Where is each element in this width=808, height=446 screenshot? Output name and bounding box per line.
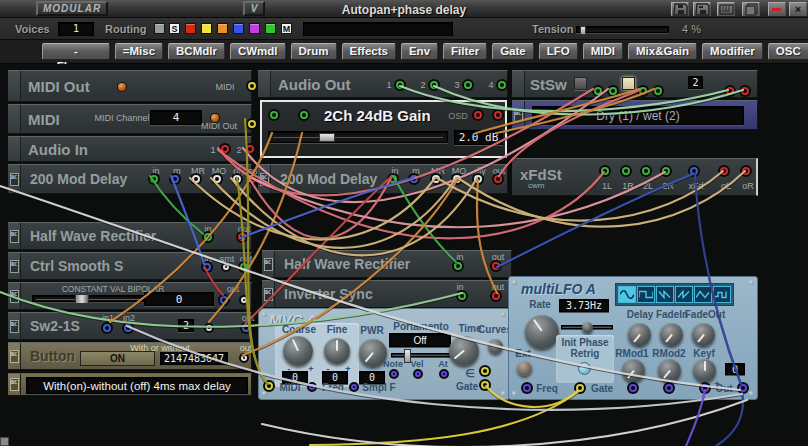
module-gain[interactable]: 2Ch 24dB Gain OSD 2.0 dB — [260, 100, 507, 158]
toolbar-button-modifier[interactable]: Modifier — [702, 43, 763, 60]
freq-port[interactable] — [309, 384, 315, 390]
module-half-wave-rectifier-left[interactable]: BC Half Wave Rectifier in out — [8, 222, 252, 250]
osd-label[interactable]: OSD — [448, 111, 468, 121]
delay-dly-port[interactable] — [233, 175, 241, 183]
wave-saw-up-button[interactable] — [675, 286, 693, 303]
stsw-out-port-1[interactable] — [726, 87, 734, 95]
delay-dly-port[interactable] — [474, 175, 482, 183]
toolbar-button-midi[interactable]: MIDI — [583, 43, 623, 60]
constant-slider-handle[interactable] — [75, 294, 89, 304]
delay-mr-port[interactable] — [432, 175, 440, 183]
module-constant-val[interactable]: BC CONSTANT VAL BIPOLAR 0 out — [8, 282, 252, 310]
button-out-port[interactable] — [241, 355, 247, 361]
midi-port[interactable] — [265, 382, 273, 390]
audio-in-port-2[interactable] — [246, 145, 254, 153]
toolbar-button-drum[interactable]: Drum — [291, 43, 337, 60]
sw2-in1-port[interactable] — [103, 324, 111, 332]
toolbar-button-gate[interactable]: Gate — [492, 43, 534, 60]
module-audio-in[interactable]: Audio In 1 2 — [8, 136, 252, 162]
solo-toggle[interactable]: S — [169, 23, 180, 34]
toolbar-button-cwmdl[interactable]: CWmdl — [230, 43, 286, 60]
ext-knob[interactable] — [517, 361, 532, 376]
rectifier-out-port[interactable] — [492, 262, 500, 270]
module-mod-delay-mid[interactable]: BC 200 Mod Delay in m MR MO dly out — [258, 164, 508, 194]
toolbar-button-misc[interactable]: =Misc — [115, 43, 163, 60]
gain-out-port-2[interactable] — [494, 111, 502, 119]
stsw-in-port-4[interactable] — [654, 87, 662, 95]
lfo-keyf-port[interactable] — [701, 384, 709, 392]
xfd-1l-port[interactable] — [601, 167, 609, 175]
delay-mo-port[interactable] — [213, 175, 221, 183]
retrig-button[interactable] — [578, 362, 591, 375]
module-audio-out[interactable]: Audio Out 1 2 3 4 — [258, 70, 508, 98]
toolbar-button-mixgain[interactable]: Mix&Gain — [628, 43, 697, 60]
curves-knob[interactable] — [488, 339, 503, 354]
sw2-value[interactable]: 2 — [178, 319, 194, 332]
delay-mod-port[interactable] — [171, 175, 179, 183]
smooth-time-port[interactable] — [223, 264, 229, 270]
patch-canvas[interactable]: MIDI Out MIDI MIDI MIDI Channel 4 MIDI O… — [0, 64, 808, 446]
time-knob[interactable] — [449, 336, 479, 366]
toolbar-button-filter[interactable]: Filter — [443, 43, 487, 60]
routing-swatch[interactable] — [201, 23, 212, 34]
patch-list-icon[interactable] — [742, 2, 760, 16]
toolbar-button-env[interactable]: Env — [401, 43, 438, 60]
button-value[interactable]: 2147483647 — [160, 352, 228, 365]
lfo-gate-port[interactable] — [576, 384, 584, 392]
inverter-in-port[interactable] — [458, 292, 466, 300]
module-stsw[interactable]: StSw 2 — [512, 70, 758, 98]
note-port[interactable] — [391, 371, 397, 377]
constant-out-port-2[interactable] — [241, 297, 247, 303]
audio-in-port-1[interactable] — [221, 145, 229, 153]
minimize-icon[interactable] — [768, 2, 786, 16]
delay-in-port[interactable] — [389, 175, 397, 183]
module-sw2-1s[interactable]: BC Sw2-1S in1 in2 2 out — [8, 312, 252, 340]
rectifier-in-port[interactable] — [454, 262, 462, 270]
rate-slider-handle[interactable] — [582, 322, 593, 333]
constant-slider[interactable] — [32, 295, 144, 302]
rate-value[interactable]: 3.73Hz — [559, 299, 609, 312]
routing-swatch[interactable] — [154, 23, 165, 34]
toolbar-button-effects[interactable]: Effects — [342, 43, 396, 60]
module-mvc-a[interactable]: MVC A Coarse Fine - + - + PWR Portamento… — [258, 308, 510, 400]
gate-port-a[interactable] — [481, 367, 489, 375]
stsw-in-port-2[interactable] — [609, 87, 617, 95]
delay-out-port[interactable] — [248, 175, 256, 183]
sw2-in2-port[interactable] — [124, 324, 132, 332]
midi-port[interactable] — [248, 82, 256, 90]
delay-out-port[interactable] — [494, 175, 502, 183]
wave-triangle-button[interactable] — [694, 286, 712, 303]
coarse-knob[interactable] — [283, 336, 313, 366]
fadeout-knob[interactable] — [692, 323, 715, 346]
keyboard-icon[interactable] — [717, 2, 735, 16]
smooth-in-port[interactable] — [203, 263, 211, 271]
module-inverter-sync[interactable]: BC Inverter Sync in out — [262, 280, 512, 308]
audio-out-port-1[interactable] — [396, 81, 404, 89]
rmod1-knob[interactable] — [622, 359, 645, 382]
at-port[interactable] — [441, 371, 447, 377]
save-icon[interactable] — [671, 2, 689, 16]
wave-random-button[interactable] — [713, 286, 731, 303]
audio-out-port-2[interactable] — [430, 81, 438, 89]
sw2-out-port[interactable] — [242, 324, 250, 332]
routing-swatch[interactable] — [265, 23, 276, 34]
toolbar-button-flexor[interactable]: -=Flexor=- — [42, 43, 110, 60]
lfo-rmod1-port[interactable] — [629, 384, 637, 392]
routing-swatch[interactable] — [217, 23, 228, 34]
module-multilfo-a[interactable]: multiLFO A Rate 3.73Hz Delay FadeIn Fade… — [508, 276, 758, 400]
gain-slider-handle[interactable] — [319, 133, 335, 142]
switch-button-on[interactable] — [622, 77, 635, 90]
mute-toggle[interactable]: M — [281, 23, 292, 34]
module-mod-delay-left[interactable]: BC 200 Mod Delay in m MR MO dly out — [8, 164, 252, 194]
module-half-wave-rectifier-mid[interactable]: BC Half Wave Rectifier in out — [262, 250, 512, 278]
rectifier-in-port[interactable] — [204, 233, 212, 241]
gain-in-port-1[interactable] — [270, 111, 278, 119]
fine-knob[interactable] — [324, 338, 350, 364]
gain-out-port-1[interactable] — [474, 111, 482, 119]
save-as-icon[interactable] — [693, 2, 711, 16]
module-drywet-label[interactable]: BC Dry (1) / wet (2) — [512, 100, 758, 130]
keyf-value[interactable]: 0 — [725, 363, 745, 375]
lfo-rmod2-port[interactable] — [665, 384, 673, 392]
on-off-button[interactable]: ON — [80, 351, 155, 366]
audio-out-port-3[interactable] — [464, 81, 472, 89]
